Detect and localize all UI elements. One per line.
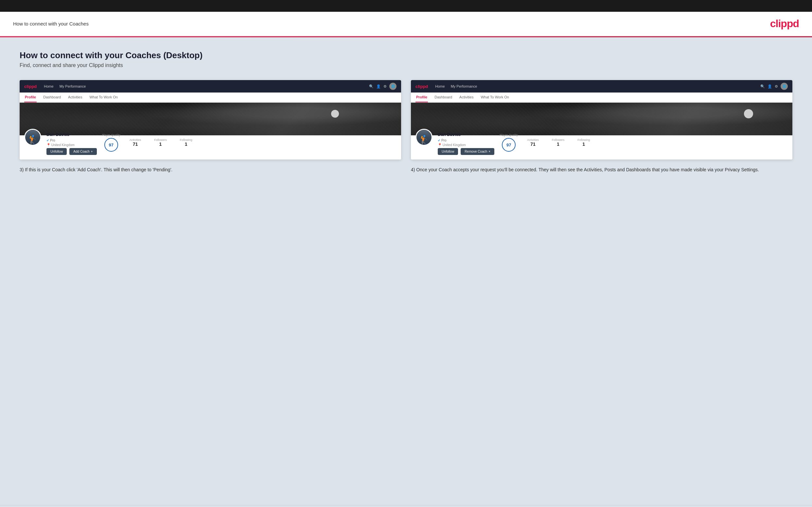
avatar-right: 🏌	[415, 129, 433, 146]
settings-icon-right[interactable]: ⚙	[775, 84, 778, 89]
globe-icon-right[interactable]: 🌐	[780, 83, 788, 90]
mini-profile-section-left: 🏌 Dan Davies ✔ Pro	[20, 135, 401, 160]
followers-stat-right: Followers 1	[548, 138, 569, 147]
unfollow-button-right[interactable]: Unfollow	[438, 148, 458, 155]
mini-profile-row-right: 🏌 Dan Davies ✔ Pro	[415, 135, 788, 155]
unfollow-button-left[interactable]: Unfollow	[46, 148, 67, 155]
screenshots-row: clippd Home My Performance 🔍 👤 ⚙ 🌐 Profi…	[20, 80, 792, 173]
moon-right	[744, 109, 753, 118]
mini-banner-right	[411, 103, 792, 135]
tab-profile-right[interactable]: Profile	[415, 93, 428, 102]
mini-profile-row-left: 🏌 Dan Davies ✔ Pro	[24, 135, 397, 155]
page-title: How to connect with your Coaches (Deskto…	[20, 50, 792, 60]
mini-nav-left: clippd Home My Performance 🔍 👤 ⚙ 🌐	[20, 80, 401, 93]
tab-dashboard-left[interactable]: Dashboard	[43, 93, 61, 102]
player-quality-left: Player Quality 97	[102, 133, 120, 152]
tab-dashboard-right[interactable]: Dashboard	[434, 93, 453, 102]
mini-buttons-left: Unfollow Add Coach +	[46, 148, 97, 155]
pq-circle-right: 97	[502, 138, 516, 152]
screenshot-frame-right: clippd Home My Performance 🔍 👤 ⚙ 🌐 Profi…	[411, 80, 792, 160]
location-pin-right: 📍	[438, 143, 442, 147]
banner-overlay-left	[20, 103, 401, 135]
player-quality-right: Player Quality 97	[500, 133, 518, 152]
following-stat-left: Following 1	[176, 138, 196, 147]
page-subtitle: Find, connect and share your Clippd insi…	[20, 62, 792, 68]
globe-icon[interactable]: 🌐	[389, 83, 397, 90]
profile-badge-right: ✔ Pro	[438, 138, 447, 142]
following-stat-right: Following 1	[573, 138, 594, 147]
user-icon-right[interactable]: 👤	[767, 84, 772, 89]
mini-profile-section-right: 🏌 Dan Davies ✔ Pro	[411, 135, 792, 160]
profile-badge-left: ✔ Pro	[46, 138, 55, 142]
add-coach-button[interactable]: Add Coach +	[69, 148, 97, 155]
avatar-figure-left: 🏌	[27, 136, 39, 145]
avatar-figure-right: 🏌	[418, 136, 430, 145]
mini-logo-right: clippd	[415, 84, 428, 89]
mini-tabs-right: Profile Dashboard Activities What To Wor…	[411, 93, 792, 103]
activities-stat-left: Activities 71	[125, 138, 145, 147]
mini-nav-right: clippd Home My Performance 🔍 👤 ⚙ 🌐	[411, 80, 792, 93]
mini-nav-icons-left: 🔍 👤 ⚙ 🌐	[369, 83, 397, 90]
caption-left: 3) If this is your Coach click 'Add Coac…	[20, 166, 401, 173]
clippd-logo: clippd	[770, 18, 799, 30]
remove-coach-button[interactable]: Remove Coach ×	[461, 148, 494, 155]
check-icon-right: ✔	[438, 138, 440, 142]
tab-activities-left[interactable]: Activities	[67, 93, 83, 102]
followers-stat-left: Followers 1	[150, 138, 171, 147]
activities-stat-right: Activities 71	[523, 138, 543, 147]
mini-tabs-left: Profile Dashboard Activities What To Wor…	[20, 93, 401, 103]
search-icon-right[interactable]: 🔍	[760, 84, 765, 89]
main-content: How to connect with your Coaches (Deskto…	[0, 37, 812, 505]
mini-buttons-right: Unfollow Remove Coach ×	[438, 148, 494, 155]
caption-right: 4) Once your Coach accepts your request …	[411, 166, 792, 173]
profile-location-right: 📍 United Kingdom	[438, 143, 494, 147]
avatar-inner-left: 🏌	[25, 130, 40, 145]
location-pin-left: 📍	[46, 143, 50, 147]
screenshot-frame-left: clippd Home My Performance 🔍 👤 ⚙ 🌐 Profi…	[20, 80, 401, 160]
tab-activities-right[interactable]: Activities	[459, 93, 474, 102]
header: How to connect with your Coaches clippd	[0, 12, 812, 36]
search-icon[interactable]: 🔍	[369, 84, 373, 89]
mini-banner-left	[20, 103, 401, 135]
screenshot-block-right: clippd Home My Performance 🔍 👤 ⚙ 🌐 Profi…	[411, 80, 792, 173]
profile-name-right: Dan Davies	[438, 132, 494, 137]
avatar-inner-right: 🏌	[416, 130, 432, 145]
mini-nav-home-right[interactable]: Home	[435, 84, 445, 88]
settings-icon[interactable]: ⚙	[384, 84, 387, 89]
profile-location-left: 📍 United Kingdom	[46, 143, 97, 147]
tab-profile-left[interactable]: Profile	[24, 93, 37, 102]
tab-whattoworkon-left[interactable]: What To Work On	[89, 93, 118, 102]
user-icon[interactable]: 👤	[376, 84, 381, 89]
screenshot-block-left: clippd Home My Performance 🔍 👤 ⚙ 🌐 Profi…	[20, 80, 401, 173]
mini-nav-performance-right[interactable]: My Performance	[451, 84, 477, 88]
mini-nav-home-left[interactable]: Home	[44, 84, 53, 88]
tab-whattoworkon-right[interactable]: What To Work On	[480, 93, 509, 102]
check-icon-left: ✔	[46, 138, 49, 142]
header-title: How to connect with your Coaches	[13, 21, 89, 26]
mini-nav-icons-right: 🔍 👤 ⚙ 🌐	[760, 83, 788, 90]
avatar-left: 🏌	[24, 129, 41, 146]
top-bar	[0, 0, 812, 12]
pq-circle-left: 97	[104, 138, 118, 152]
profile-name-left: Dan Davies	[46, 132, 97, 137]
mini-logo-left: clippd	[24, 84, 37, 89]
banner-overlay-right	[411, 103, 792, 135]
mini-nav-performance-left[interactable]: My Performance	[59, 84, 86, 88]
footer: Copyright Clippd 2022	[0, 505, 812, 507]
moon-left	[331, 110, 339, 118]
